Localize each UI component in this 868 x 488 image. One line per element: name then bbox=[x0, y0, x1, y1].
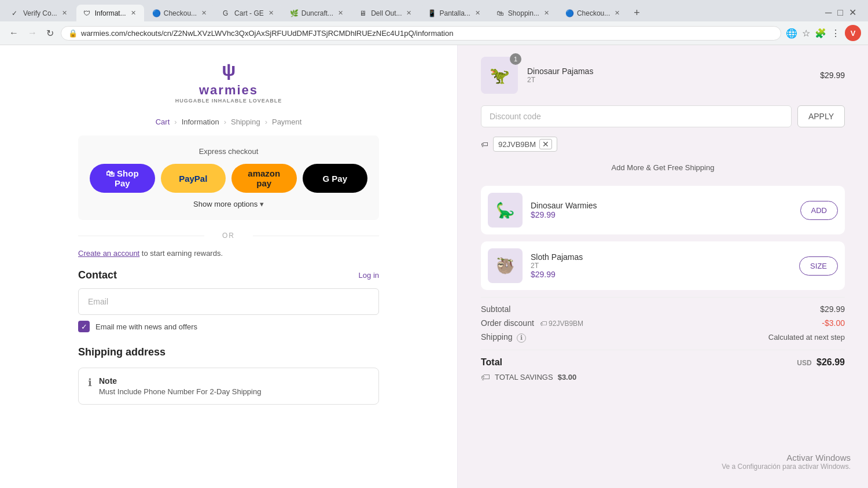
shop-pay-label: 🛍 Shop Pay bbox=[101, 168, 144, 188]
shipping-label: Shipping ℹ bbox=[481, 332, 526, 343]
cart-item: 🦖 1 Dinosaur Pajamas 2T $29.99 bbox=[481, 57, 845, 94]
tab-close-duncraft[interactable]: ✕ bbox=[337, 8, 344, 18]
amazon-pay-button[interactable]: amazon pay bbox=[231, 164, 297, 193]
savings-amount: $3.00 bbox=[558, 373, 577, 381]
applied-code-row: 🏷 92JVB9BM ✕ bbox=[481, 137, 845, 152]
maximize-button[interactable]: □ bbox=[837, 8, 843, 18]
upsell-item-name-sloth: Sloth Pajamas bbox=[531, 252, 791, 262]
close-window-button[interactable]: ✕ bbox=[849, 7, 856, 18]
shipping-address-title: Shipping address bbox=[78, 346, 379, 358]
address-bar[interactable]: 🔒 warmies.com/checkouts/cn/Z2NwLXVzLWVhc… bbox=[61, 26, 781, 41]
secure-icon: 🔒 bbox=[68, 29, 78, 38]
contact-section-header: Contact Log in bbox=[78, 269, 379, 281]
express-checkout-section: Express checkout 🛍 Shop Pay PayPal amazo… bbox=[78, 135, 379, 220]
cart-item-name: Dinosaur Pajamas bbox=[527, 67, 811, 76]
create-account-link[interactable]: Create an account bbox=[78, 249, 139, 258]
newsletter-checkbox[interactable] bbox=[78, 321, 90, 332]
back-button[interactable]: ← bbox=[7, 25, 21, 41]
tab-close-cartge[interactable]: ✕ bbox=[267, 8, 275, 18]
tab-favicon-dell: 🖥 bbox=[359, 9, 367, 17]
newsletter-checkbox-row: Email me with news and offers bbox=[78, 321, 379, 332]
breadcrumb-sep-2: › bbox=[224, 118, 226, 126]
tab-label-dell: Dell Out... bbox=[371, 9, 402, 17]
upsell-item-info-dinosaur: Dinosaur Warmies $29.99 bbox=[531, 201, 792, 219]
tab-close-dell[interactable]: ✕ bbox=[405, 8, 413, 18]
create-account-suffix-text: to start earning rewards. bbox=[142, 249, 223, 258]
logo-icon: ψ bbox=[222, 59, 236, 80]
cart-item-badge: 1 bbox=[510, 53, 521, 65]
subtotal-row: Subtotal $29.99 bbox=[481, 304, 845, 314]
remove-code-button[interactable]: ✕ bbox=[539, 139, 552, 149]
upsell-item-variant-sloth: 2T bbox=[531, 262, 791, 270]
cart-item-variant: 2T bbox=[527, 76, 811, 84]
upsell-item-price-dinosaur: $29.99 bbox=[531, 210, 792, 219]
or-label: OR bbox=[222, 232, 235, 240]
tab-favicon-information: 🛡 bbox=[83, 9, 91, 17]
shop-pay-button[interactable]: 🛍 Shop Pay bbox=[90, 164, 155, 193]
browser-chrome: ✓ Verify Co... ✕ 🛡 Informat... ✕ 🔵 Check… bbox=[0, 0, 868, 45]
user-avatar[interactable]: V bbox=[845, 25, 861, 41]
discount-input[interactable] bbox=[481, 105, 792, 127]
tab-close-verify[interactable]: ✕ bbox=[61, 8, 68, 18]
upsell-item-sloth: 🦥 Sloth Pajamas 2T $29.99 SIZE bbox=[481, 241, 845, 290]
tab-label-cartge: Cart - GE bbox=[234, 9, 264, 17]
settings-icon[interactable]: ⋮ bbox=[831, 28, 840, 39]
savings-icon: 🏷 bbox=[481, 372, 490, 383]
email-field[interactable] bbox=[78, 288, 379, 315]
tab-label-checkout2: Checkou... bbox=[577, 9, 610, 17]
tab-close-checkout2[interactable]: ✕ bbox=[613, 8, 621, 18]
show-more-options[interactable]: Show more options ▾ bbox=[90, 200, 367, 208]
express-checkout-title: Express checkout bbox=[90, 147, 367, 156]
newsletter-label: Email me with news and offers bbox=[95, 322, 197, 331]
tab-dell[interactable]: 🖥 Dell Out... ✕ bbox=[352, 5, 420, 21]
tab-cart-ge[interactable]: G Cart - GE ✕ bbox=[216, 5, 282, 21]
tab-close-pantalla[interactable]: ✕ bbox=[474, 8, 481, 18]
tab-pantalla[interactable]: 📱 Pantalla... ✕ bbox=[421, 5, 488, 21]
log-in-link[interactable]: Log in bbox=[359, 271, 379, 280]
note-text: Must Include Phone Number For 2-Day Ship… bbox=[99, 387, 261, 396]
tab-favicon-duncraft: 🌿 bbox=[290, 9, 298, 17]
summary-divider bbox=[481, 297, 845, 298]
minimize-button[interactable]: ─ bbox=[825, 8, 832, 18]
discount-code-label: 🏷 92JVB9BM bbox=[540, 320, 583, 328]
tab-checkout-1[interactable]: 🔵 Checkou... ✕ bbox=[145, 5, 215, 21]
paypal-button[interactable]: PayPal bbox=[161, 164, 226, 193]
tab-close-shopping[interactable]: ✕ bbox=[543, 8, 550, 18]
tab-verify[interactable]: ✓ Verify Co... ✕ bbox=[5, 5, 75, 21]
store-logo: ψ warmies HUGGABLE INHALABLE LOVEABLE bbox=[12, 59, 446, 104]
translate-icon[interactable]: 🌐 bbox=[786, 28, 797, 39]
tab-label-duncraft: Duncraft... bbox=[301, 9, 333, 17]
tab-close-checkout1[interactable]: ✕ bbox=[200, 8, 208, 18]
tab-duncraft[interactable]: 🌿 Duncraft... ✕ bbox=[283, 5, 351, 21]
bookmark-icon[interactable]: ☆ bbox=[802, 28, 810, 39]
main-layout: ψ warmies HUGGABLE INHALABLE LOVEABLE Ca… bbox=[0, 45, 868, 488]
tab-close-information[interactable]: ✕ bbox=[130, 8, 137, 18]
discount-label: Order discount 🏷 92JVB9BM bbox=[481, 318, 583, 328]
cart-item-emoji: 🦖 bbox=[490, 66, 510, 85]
address-text: warmies.com/checkouts/cn/Z2NwLXVzLWVhc3Q… bbox=[81, 29, 774, 38]
tab-information[interactable]: 🛡 Informat... ✕ bbox=[76, 5, 144, 21]
toolbar-icons: 🌐 ☆ 🧩 ⋮ V bbox=[786, 25, 861, 41]
upsell-size-button-sloth[interactable]: SIZE bbox=[799, 256, 838, 276]
google-pay-button[interactable]: G Pay bbox=[303, 164, 368, 193]
reload-button[interactable]: ↻ bbox=[44, 25, 56, 41]
tab-favicon-cartge: G bbox=[223, 9, 231, 17]
left-panel: ψ warmies HUGGABLE INHALABLE LOVEABLE Ca… bbox=[0, 45, 457, 488]
forward-button[interactable]: → bbox=[25, 25, 39, 41]
amazon-pay-label: amazon pay bbox=[243, 168, 285, 188]
total-label: Total bbox=[481, 357, 502, 368]
extensions-icon[interactable]: 🧩 bbox=[815, 28, 826, 39]
checkout-content: Express checkout 🛍 Shop Pay PayPal amazo… bbox=[67, 135, 391, 405]
breadcrumb: Cart › Information › Shipping › Payment bbox=[0, 113, 457, 135]
tab-shopping[interactable]: 🛍 Shoppin... ✕ bbox=[490, 5, 557, 21]
shipping-info-icon[interactable]: ℹ bbox=[517, 333, 526, 343]
new-tab-button[interactable]: + bbox=[629, 5, 645, 21]
tab-label-verify: Verify Co... bbox=[23, 9, 57, 17]
upsell-add-button-dinosaur[interactable]: ADD bbox=[800, 201, 838, 220]
breadcrumb-cart[interactable]: Cart bbox=[156, 118, 170, 126]
show-more-label: Show more options bbox=[193, 200, 258, 208]
total-value-wrap: USD $26.99 bbox=[797, 357, 845, 368]
google-pay-label: G Pay bbox=[322, 174, 347, 184]
apply-button[interactable]: APPLY bbox=[797, 105, 845, 127]
tab-checkout-2[interactable]: 🔵 Checkou... ✕ bbox=[558, 5, 628, 21]
